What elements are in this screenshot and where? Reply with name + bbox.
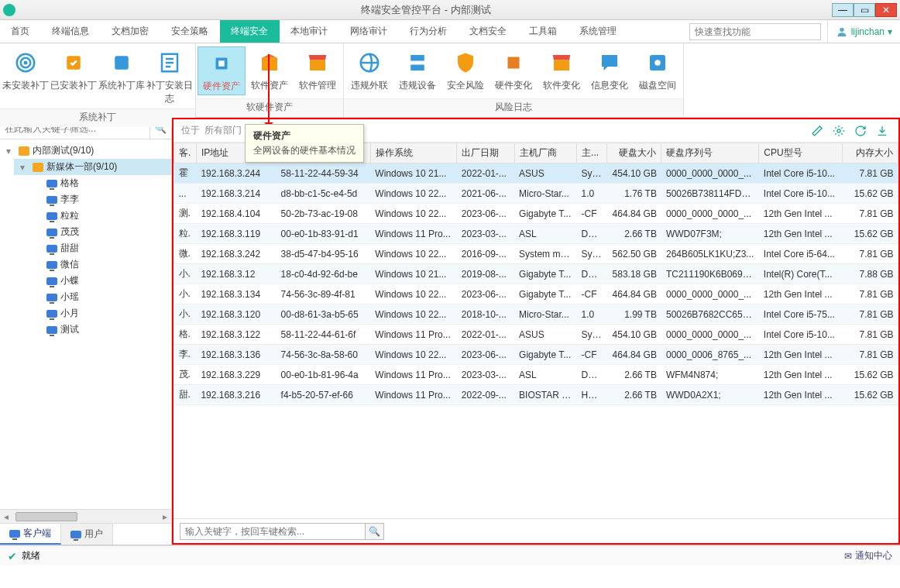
collapse-icon[interactable]: ▾ bbox=[6, 146, 15, 156]
cell-vendor: ASL bbox=[514, 365, 576, 385]
menu-tab-1[interactable]: 终端信息 bbox=[41, 20, 101, 43]
ribbon-list[interactable]: 补丁安装日志 bbox=[146, 46, 194, 105]
table-row[interactable]: 微.192.168.3.24238-d5-47-b4-95-16Windows … bbox=[174, 244, 898, 264]
cell-hddsn: 50026B7682CC658... bbox=[661, 304, 759, 325]
ribbon-package[interactable]: 软件资产 bbox=[246, 46, 294, 95]
cell-date: 2023-03-... bbox=[457, 365, 514, 385]
table-row[interactable]: 茂.192.168.3.22900-e0-1b-81-96-4aWindows … bbox=[174, 365, 898, 385]
table-search-button[interactable]: 🔍 bbox=[366, 523, 384, 540]
cell-os: Windows 10 21... bbox=[370, 163, 456, 184]
refresh-button[interactable] bbox=[852, 122, 869, 139]
table-row[interactable]: 甜.192.168.3.216f4-b5-20-57-ef-66Windows … bbox=[174, 385, 898, 405]
menu-tab-4[interactable]: 终端安全 bbox=[220, 20, 280, 43]
cell-mb: Syst... bbox=[577, 163, 607, 184]
menu-tab-6[interactable]: 网络审计 bbox=[339, 20, 399, 43]
table-row[interactable]: 测.192.168.4.10450-2b-73-ac-19-08Windows … bbox=[174, 204, 898, 224]
tree-leaf[interactable]: 小蝶 bbox=[28, 273, 171, 289]
user-menu[interactable]: lijinchan ▾ bbox=[827, 20, 900, 43]
edit-button[interactable] bbox=[809, 122, 826, 139]
export-button[interactable] bbox=[874, 122, 891, 139]
tree-leaf[interactable]: 格格 bbox=[28, 175, 171, 191]
menu-tab-10[interactable]: 系统管理 bbox=[569, 20, 628, 43]
ribbon-disk-warn[interactable]: 磁盘空间 bbox=[634, 46, 682, 95]
maximize-button[interactable]: ▭ bbox=[854, 3, 875, 17]
col-header[interactable]: 操作系统 bbox=[370, 143, 456, 163]
tree-leaf[interactable]: 小瑶 bbox=[28, 289, 171, 305]
cell-mac: f4-b5-20-57-ef-66 bbox=[277, 385, 371, 405]
cell-n: 霍 bbox=[174, 163, 197, 184]
cell-os: Windows 11 Pro... bbox=[370, 224, 456, 244]
cell-date: 2023-06-... bbox=[457, 345, 514, 365]
col-header[interactable]: CPU型号 bbox=[759, 143, 842, 163]
col-header[interactable]: 主... bbox=[577, 143, 607, 163]
ribbon-target[interactable]: 未安装补丁 bbox=[2, 46, 50, 105]
ribbon-cpu[interactable]: 硬件资产 bbox=[198, 46, 246, 95]
cell-date: 2022-01-... bbox=[457, 163, 514, 184]
menu-tab-0[interactable]: 首页 bbox=[0, 20, 41, 43]
menu-tab-5[interactable]: 本地审计 bbox=[280, 20, 339, 43]
tree-leaf[interactable]: 李李 bbox=[28, 191, 171, 208]
ribbon-label: 系统补丁库 bbox=[98, 79, 145, 92]
collapse-icon[interactable]: ▾ bbox=[20, 162, 29, 173]
table-row[interactable]: 粒.192.168.3.11900-e0-1b-83-91-d1Windows … bbox=[174, 224, 898, 244]
ribbon-label: 软件变化 bbox=[543, 79, 580, 92]
sidebar-hscroll[interactable]: ◂▸ bbox=[0, 509, 171, 523]
ribbon-shield[interactable]: 安全风险 bbox=[441, 46, 490, 95]
table-row[interactable]: 霍192.168.3.24458-11-22-44-59-34Windows 1… bbox=[174, 163, 898, 184]
tree-leaf[interactable]: 甜甜 bbox=[28, 240, 171, 256]
tree-leaf[interactable]: 茂茂 bbox=[28, 224, 171, 240]
col-header[interactable]: 主机厂商 bbox=[514, 143, 576, 163]
ribbon-chip[interactable]: 系统补丁库 bbox=[98, 46, 146, 105]
cell-ip: 192.168.3.136 bbox=[196, 345, 276, 365]
package-icon bbox=[256, 50, 283, 76]
table-row[interactable]: 格.192.168.3.12258-11-22-44-61-6fWindows … bbox=[174, 325, 898, 345]
tree-leaf[interactable]: 小月 bbox=[28, 305, 171, 322]
tree-group[interactable]: ▾ 新媒体一部(9/10) bbox=[14, 159, 171, 175]
svg-rect-8 bbox=[218, 60, 225, 67]
table-row[interactable]: 李.192.168.3.13674-56-3c-8a-58-60Windows … bbox=[174, 345, 898, 365]
table-row[interactable]: 小.192.168.3.12000-d8-61-3a-b5-65Windows … bbox=[174, 304, 898, 325]
sidebar-tab[interactable]: 客户端 bbox=[0, 524, 61, 545]
ribbon-store-warn[interactable]: 软件变化 bbox=[538, 46, 586, 95]
col-header[interactable]: 硬盘序列号 bbox=[661, 143, 759, 163]
ribbon-store[interactable]: 软件管理 bbox=[294, 46, 342, 95]
table-row[interactable]: 小.192.168.3.1218-c0-4d-92-6d-beWindows 1… bbox=[174, 264, 898, 284]
notification-center[interactable]: ✉ 通知中心 bbox=[844, 549, 892, 562]
col-header[interactable]: 客. bbox=[174, 143, 197, 163]
quick-search-input[interactable] bbox=[689, 23, 821, 40]
tree-leaf[interactable]: 测试 bbox=[28, 322, 171, 338]
ribbon-globe-warn[interactable]: 违规外联 bbox=[345, 46, 393, 95]
location-value: 所有部门 bbox=[204, 124, 242, 137]
col-header[interactable]: 内存大小 bbox=[842, 143, 898, 163]
monitor-icon bbox=[46, 229, 57, 236]
ribbon-server-warn[interactable]: 违规设备 bbox=[393, 46, 441, 95]
data-table-wrap[interactable]: 客.IP地址MAC地址操作系统出厂日期主机厂商主...硬盘大小硬盘序列号CPU型… bbox=[173, 143, 898, 518]
settings-button[interactable] bbox=[830, 122, 847, 139]
table-row[interactable]: ...192.168.3.214d8-bb-c1-5c-e4-5dWindows… bbox=[174, 184, 898, 204]
tooltip-desc: 全网设备的硬件基本情况 bbox=[253, 144, 356, 157]
menu-tab-2[interactable]: 文档加密 bbox=[101, 20, 160, 43]
menu-tab-9[interactable]: 工具箱 bbox=[518, 20, 569, 43]
menu-tab-8[interactable]: 文档安全 bbox=[459, 20, 518, 43]
tree-root[interactable]: ▾ 内部测试(9/10) bbox=[0, 143, 171, 159]
table-search-input[interactable] bbox=[180, 523, 366, 540]
sidebar-tab[interactable]: 用户 bbox=[61, 524, 113, 545]
tree-leaf[interactable]: 微信 bbox=[28, 256, 171, 273]
cell-date: 2023-06-... bbox=[457, 204, 514, 224]
col-header[interactable]: 硬盘大小 bbox=[607, 143, 661, 163]
ribbon-chip-check[interactable]: 已安装补丁 bbox=[50, 46, 98, 105]
cell-hdd: 583.18 GB bbox=[607, 264, 661, 284]
menu-tab-7[interactable]: 行为分析 bbox=[399, 20, 459, 43]
window-title: 终端安全管控平台 - 内部测试 bbox=[20, 3, 832, 17]
cell-ip: 192.168.3.216 bbox=[196, 385, 276, 405]
menu-tab-3[interactable]: 安全策略 bbox=[160, 20, 220, 43]
ribbon-bubble-warn[interactable]: 信息变化 bbox=[586, 46, 634, 95]
col-header[interactable]: 出厂日期 bbox=[457, 143, 514, 163]
table-row[interactable]: 小.192.168.3.13474-56-3c-89-4f-81Windows … bbox=[174, 284, 898, 304]
close-button[interactable]: ✕ bbox=[875, 3, 897, 17]
minimize-button[interactable]: — bbox=[832, 3, 854, 17]
tree-leaf[interactable]: 粒粒 bbox=[28, 208, 171, 224]
cell-n: ... bbox=[174, 184, 197, 204]
ribbon-cpu-warn[interactable]: 硬件变化 bbox=[490, 46, 538, 95]
svg-rect-13 bbox=[508, 57, 520, 69]
